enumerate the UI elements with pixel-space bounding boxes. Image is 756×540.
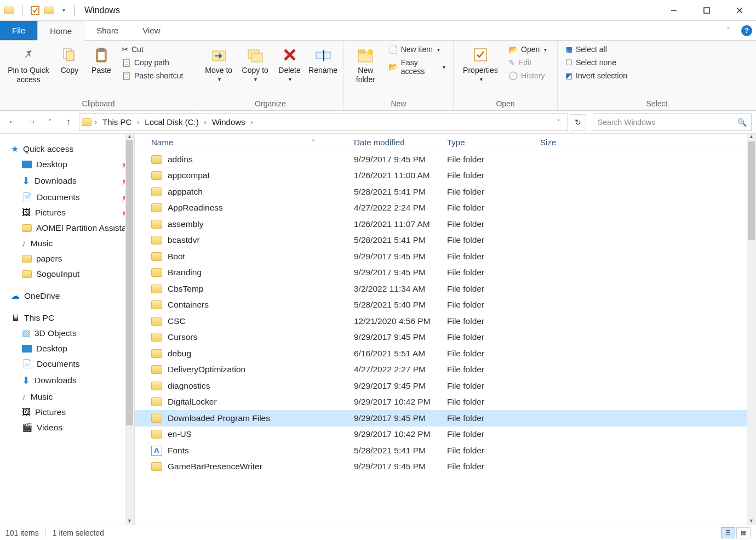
paste-shortcut-button[interactable]: 📋Paste shortcut <box>119 70 186 81</box>
rename-button[interactable]: Rename <box>308 43 338 75</box>
maximize-button[interactable] <box>690 0 723 21</box>
breadcrumb-drive[interactable]: Local Disk (C:) <box>142 117 201 127</box>
qat-folder-icon[interactable] <box>43 4 55 16</box>
copy-button[interactable]: Copy <box>56 43 83 75</box>
select-none-button[interactable]: ☐Select none <box>563 57 629 68</box>
properties-button[interactable]: Properties▾ <box>459 43 502 83</box>
tree-documents2[interactable]: 📄Documents <box>0 356 134 372</box>
open-button[interactable]: 📂Open▾ <box>506 44 549 55</box>
music-icon: ♪ <box>22 392 26 402</box>
pin-to-quick-access-button[interactable]: Pin to Quick access <box>5 43 51 84</box>
file-row[interactable]: assembly1/26/2021 11:07 AMFile folder <box>135 216 756 232</box>
search-box[interactable]: Search Windows 🔍 <box>593 113 752 131</box>
file-row[interactable]: Branding9/29/2017 9:45 PMFile folder <box>135 265 756 281</box>
invert-selection-button[interactable]: ◩Invert selection <box>563 70 629 81</box>
column-type[interactable]: Type <box>442 134 535 151</box>
back-button[interactable]: ← <box>4 114 21 130</box>
file-date: 9/29/2017 9:45 PM <box>348 155 442 164</box>
sort-asc-icon: ˄ <box>312 139 315 146</box>
new-item-button[interactable]: 📄New item▾ <box>386 44 448 55</box>
file-row[interactable]: Downloaded Program Files9/29/2017 9:45 P… <box>135 410 756 427</box>
tree-aomei[interactable]: AOMEI Partition Assista <box>0 220 134 236</box>
ribbon-collapse-button[interactable]: ˄ <box>719 21 737 40</box>
delete-button[interactable]: Delete▾ <box>276 43 303 83</box>
tree-desktop2[interactable]: Desktop <box>0 341 134 356</box>
address-bar[interactable]: › This PC › Local Disk (C:) › Windows › … <box>79 113 568 131</box>
file-name: CSC <box>168 316 186 326</box>
chevron-right-icon[interactable]: › <box>204 118 207 126</box>
copy-label: Copy <box>61 66 79 75</box>
sidebar-scrollbar[interactable]: ▲▼ <box>125 134 134 525</box>
column-date[interactable]: Date modified <box>348 134 442 151</box>
tab-share[interactable]: Share <box>84 21 130 40</box>
tree-downloads2[interactable]: ⬇Downloads <box>0 372 134 389</box>
copy-path-button[interactable]: 📋Copy path <box>119 57 186 68</box>
new-folder-button[interactable]: New folder <box>350 43 382 84</box>
easy-access-button[interactable]: 📂Easy access▾ <box>386 57 448 77</box>
tree-onedrive[interactable]: ☁OneDrive <box>0 288 134 304</box>
paste-button[interactable]: Paste <box>88 43 115 75</box>
file-row[interactable]: Containers5/28/2021 5:40 PMFile folder <box>135 297 756 314</box>
view-details-button[interactable]: ☰ <box>721 527 735 538</box>
address-dropdown-button[interactable]: ˅ <box>551 118 565 127</box>
file-row[interactable]: Boot9/29/2017 9:45 PMFile folder <box>135 248 756 265</box>
chevron-right-icon[interactable]: › <box>251 118 253 126</box>
qat-properties-icon[interactable] <box>29 4 41 16</box>
file-row[interactable]: en-US9/29/2017 10:42 PMFile folder <box>135 427 756 443</box>
tree-music[interactable]: ♪Music <box>0 236 134 251</box>
file-row[interactable]: addins9/29/2017 9:45 PMFile folder <box>135 151 756 168</box>
paste-label: Paste <box>91 66 111 75</box>
tree-documents[interactable]: 📄Documents📌 <box>0 190 134 205</box>
close-button[interactable] <box>723 0 756 21</box>
file-row[interactable]: debug6/16/2021 5:51 AMFile folder <box>135 345 756 362</box>
tree-videos[interactable]: 🎬Videos <box>0 420 134 435</box>
tab-view[interactable]: View <box>130 21 172 40</box>
file-row[interactable]: bcastdvr5/28/2021 5:41 PMFile folder <box>135 232 756 249</box>
breadcrumb-folder[interactable]: Windows <box>210 117 248 127</box>
file-row[interactable]: Cursors9/29/2017 9:45 PMFile folder <box>135 329 756 346</box>
select-all-button[interactable]: ▦Select all <box>563 44 629 55</box>
recent-locations-button[interactable]: ˅ <box>42 114 58 130</box>
svg-rect-8 <box>99 48 104 51</box>
chevron-right-icon[interactable]: › <box>95 118 97 126</box>
file-row[interactable]: apppatch5/28/2021 5:41 PMFile folder <box>135 184 756 200</box>
file-row[interactable]: DigitalLocker9/29/2017 10:42 PMFile fold… <box>135 394 756 411</box>
file-row[interactable]: CbsTemp3/2/2022 11:34 AMFile folder <box>135 281 756 297</box>
chevron-right-icon[interactable]: › <box>137 118 139 126</box>
minimize-button[interactable] <box>657 0 690 21</box>
column-size[interactable]: Size <box>535 134 589 151</box>
column-name[interactable]: Name˄ <box>146 134 348 151</box>
tree-pictures2[interactable]: 🖼Pictures <box>0 405 134 420</box>
forward-button[interactable]: → <box>23 114 39 130</box>
tab-home[interactable]: Home <box>37 21 84 41</box>
cut-button[interactable]: ✂Cut <box>119 44 186 55</box>
view-large-icons-button[interactable]: ▦ <box>736 527 751 538</box>
help-button[interactable]: ? <box>737 21 756 40</box>
tree-papers[interactable]: papers <box>0 251 134 266</box>
file-row[interactable]: DeliveryOptimization4/27/2022 2:27 PMFil… <box>135 362 756 378</box>
tree-downloads[interactable]: ⬇Downloads📌 <box>0 172 134 190</box>
tree-3d-objects[interactable]: ▧3D Objects <box>0 326 134 341</box>
up-button[interactable]: ↑ <box>60 114 77 130</box>
refresh-button[interactable]: ↻ <box>570 114 586 130</box>
file-row[interactable]: AppReadiness4/27/2022 2:24 PMFile folder <box>135 200 756 217</box>
tree-music2[interactable]: ♪Music <box>0 389 134 405</box>
tree-sogou[interactable]: SogouInput <box>0 266 134 282</box>
chevron-down-icon: ▾ <box>254 76 257 83</box>
tree-quick-access[interactable]: ★Quick access <box>0 141 134 157</box>
navigation-pane: ★Quick access Desktop📌 ⬇Downloads📌 📄Docu… <box>0 134 135 525</box>
breadcrumb-this-pc[interactable]: This PC <box>100 117 134 127</box>
copy-to-button[interactable]: Copy to▾ <box>239 43 271 83</box>
qat-dropdown-icon[interactable]: ▾ <box>58 4 70 16</box>
tree-desktop[interactable]: Desktop📌 <box>0 157 134 172</box>
tab-file[interactable]: File <box>0 21 37 40</box>
content-scrollbar[interactable]: ▲▼ <box>747 134 756 525</box>
move-to-button[interactable]: Move to▾ <box>203 43 234 83</box>
tree-this-pc[interactable]: 🖥This PC <box>0 310 134 326</box>
file-row[interactable]: CSC12/21/2020 4:56 PMFile folder <box>135 313 756 329</box>
file-row[interactable]: appcompat1/26/2021 11:00 AMFile folder <box>135 168 756 184</box>
file-row[interactable]: AFonts5/28/2021 5:41 PMFile folder <box>135 442 756 459</box>
file-row[interactable]: GameBarPresenceWriter9/29/2017 9:45 PMFi… <box>135 459 756 475</box>
tree-pictures[interactable]: 🖼Pictures📌 <box>0 205 134 220</box>
file-row[interactable]: diagnostics9/29/2017 9:45 PMFile folder <box>135 378 756 394</box>
